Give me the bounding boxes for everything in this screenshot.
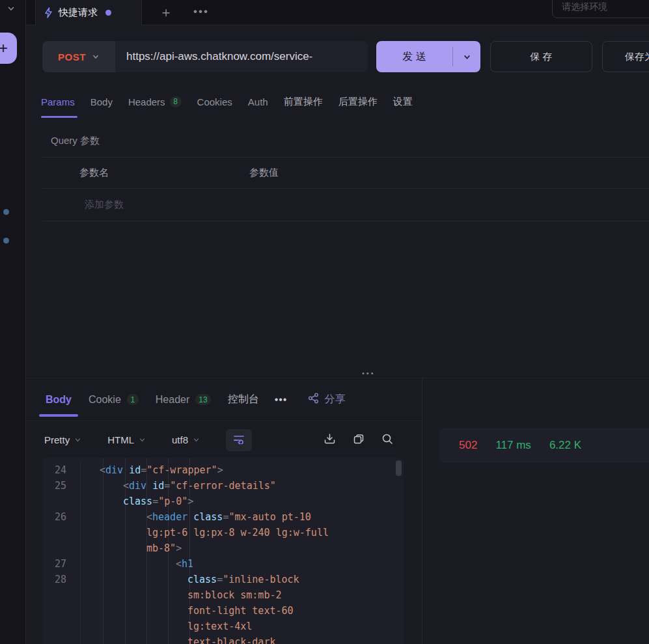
app-window: + 快捷请求 ＋ ••• 请选择环境 POST https <box>0 0 649 644</box>
language-value: HTML <box>107 434 134 445</box>
code-text: sm:block sm:mb-2 <box>81 587 282 603</box>
tab-label: 前置操作 <box>284 96 323 108</box>
code-line: text-black-dark <box>42 634 404 644</box>
splitter-handle-dots: ••• <box>362 369 376 377</box>
code-line: font-light text-60 <box>42 603 404 619</box>
add-param-placeholder: 添加参数 <box>42 199 124 211</box>
tab-label: Cookies <box>197 96 232 107</box>
word-wrap-toggle[interactable] <box>226 429 252 451</box>
share-icon <box>308 393 319 406</box>
response-size: 6.22 K <box>549 439 581 452</box>
language-dropdown[interactable]: HTML <box>107 434 146 445</box>
chevron-down-icon <box>74 436 81 443</box>
line-number <box>42 619 81 634</box>
tab-label: 控制台 <box>228 393 258 406</box>
tab-overflow-button[interactable]: ••• <box>190 2 212 21</box>
encoding-dropdown[interactable]: utf8 <box>172 434 200 445</box>
request-bar: POST https://api-aws.chatknow.com/servic… <box>26 25 649 73</box>
share-label: 分享 <box>324 393 345 406</box>
tab-label: 后置操作 <box>338 96 378 108</box>
code-scrollbar-thumb[interactable] <box>396 460 402 476</box>
environment-placeholder: 请选择环境 <box>562 1 607 13</box>
line-number: 26 <box>42 509 81 525</box>
status-code: 502 <box>459 439 477 452</box>
copy-icon <box>353 433 365 447</box>
send-options-chevron-icon[interactable] <box>453 53 480 61</box>
save-as-button[interactable]: 保存为 <box>602 41 649 72</box>
count-badge: 1 <box>127 394 139 405</box>
response-tab-控制台[interactable]: 控制台 <box>228 378 258 421</box>
response-body-code[interactable]: 24<div id="cf-wrapper">25<div id="cf-err… <box>42 458 404 644</box>
code-line: mb-8"> <box>42 540 404 556</box>
count-badge: 8 <box>170 96 182 107</box>
chevron-down-icon <box>193 436 200 443</box>
sidebar-status-dot <box>3 238 9 244</box>
response-tabs: BodyCookie1Header13控制台•••分享 <box>26 378 422 421</box>
line-number: 27 <box>42 556 81 572</box>
share-button[interactable]: 分享 <box>308 393 345 406</box>
response-vertical-divider <box>422 378 422 644</box>
copy-button[interactable] <box>353 433 365 447</box>
line-number: 24 <box>42 462 81 478</box>
request-tab-后置操作[interactable]: 后置操作 <box>338 83 378 120</box>
code-line: sm:block sm:mb-2 <box>42 587 404 603</box>
count-badge: 13 <box>195 394 210 405</box>
code-text: text-black-dark <box>81 634 275 644</box>
document-tab-bar: 快捷请求 ＋ ••• 请选择环境 <box>26 0 649 25</box>
query-table-header: 参数名 参数值 <box>42 157 649 189</box>
column-param-value: 参数值 <box>249 167 279 179</box>
line-number: 28 <box>42 572 81 587</box>
sidebar-add-button[interactable]: + <box>0 33 17 64</box>
add-param-row[interactable]: 添加参数 <box>42 189 649 221</box>
request-tab-前置操作[interactable]: 前置操作 <box>284 83 323 120</box>
response-panel: BodyCookie1Header13控制台•••分享 Pretty HTML … <box>26 378 649 644</box>
request-tab-auth[interactable]: Auth <box>248 83 268 120</box>
response-toolbar: Pretty HTML utf8 <box>26 422 422 458</box>
request-tab-headers[interactable]: Headers8 <box>128 83 182 120</box>
response-tab-header[interactable]: Header13 <box>156 378 211 421</box>
environment-select[interactable]: 请选择环境 <box>552 0 649 18</box>
url-input[interactable]: https://api-aws.chatknow.com/service- <box>115 41 368 72</box>
save-button[interactable]: 保 存 <box>490 41 592 72</box>
response-tab-body[interactable]: Body <box>46 378 72 421</box>
response-time: 117 ms <box>495 439 531 452</box>
line-number <box>42 603 81 619</box>
code-text: font-light text-60 <box>81 603 294 619</box>
request-tab-params[interactable]: Params <box>41 83 75 120</box>
request-tab-cookies[interactable]: Cookies <box>197 83 232 120</box>
tab-label: 设置 <box>393 96 413 108</box>
tab-label: Headers <box>128 96 165 107</box>
send-button[interactable]: 发 送 <box>376 41 480 72</box>
code-line: lg:text-4xl <box>42 619 404 634</box>
code-line: 28class="inline-block <box>42 572 404 587</box>
code-text: <h1 <box>81 556 193 572</box>
query-params-table: 参数名 参数值 添加参数 <box>42 157 649 221</box>
sidebar-status-dot <box>3 209 9 215</box>
code-text: lg:pt-6 lg:px-8 w-240 lg:w-full <box>81 525 329 540</box>
new-tab-button[interactable]: ＋ <box>156 3 176 22</box>
format-dropdown[interactable]: Pretty <box>44 434 81 445</box>
response-status-bar: 502 117 ms 6.22 K <box>439 428 649 463</box>
line-number <box>42 525 81 540</box>
method-select[interactable]: POST <box>42 41 115 72</box>
format-value: Pretty <box>44 434 70 445</box>
tab-label: Params <box>41 96 75 107</box>
code-line: lg:pt-6 lg:px-8 w-240 lg:w-full <box>42 525 404 540</box>
search-button[interactable] <box>381 433 393 447</box>
response-tabs-overflow-button[interactable]: ••• <box>275 394 288 406</box>
url-control: POST https://api-aws.chatknow.com/servic… <box>42 41 368 72</box>
tab-quick-request[interactable]: 快捷请求 <box>35 0 142 25</box>
tab-label: Cookie <box>89 394 121 406</box>
chevron-down-icon[interactable] <box>7 4 16 15</box>
response-tab-cookie[interactable]: Cookie1 <box>89 378 139 421</box>
request-tabs: ParamsBodyHeaders8CookiesAuth前置操作后置操作设置 <box>26 83 649 120</box>
panel-splitter[interactable]: ••• <box>26 372 649 378</box>
code-line: 26<header class="mx-auto pt-10 <box>42 509 404 525</box>
request-tab-设置[interactable]: 设置 <box>393 83 413 120</box>
request-tab-body[interactable]: Body <box>90 83 113 120</box>
line-number: 25 <box>42 478 81 494</box>
download-icon <box>324 433 336 447</box>
url-value: https://api-aws.chatknow.com/service- <box>126 50 312 63</box>
line-number <box>42 540 81 556</box>
download-button[interactable] <box>324 433 336 447</box>
